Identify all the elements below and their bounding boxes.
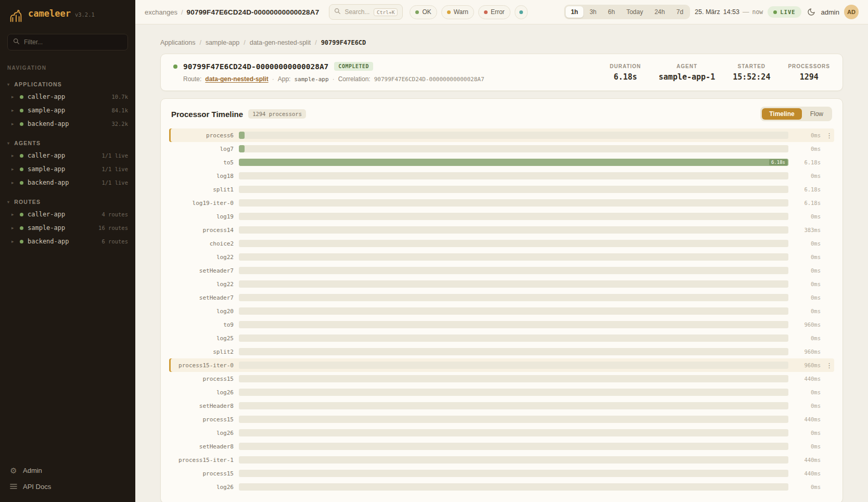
search-input[interactable]: Search... ... Ctrl+K (329, 4, 403, 20)
dark-mode-toggle[interactable] (806, 7, 816, 17)
meta-separator: · (333, 75, 335, 83)
timeline-row[interactable]: log19 0ms ⋮ (169, 210, 834, 223)
status-badge: COMPLETED (334, 62, 373, 71)
time-range-button[interactable]: 24h (649, 6, 670, 18)
timeline-row[interactable]: to9 960ms ⋮ (169, 318, 834, 331)
sidebar-item[interactable]: ▸ sample-app 84.1k (0, 104, 135, 117)
timeline-row[interactable]: to5 6.18s 6.18s ⋮ (169, 156, 834, 169)
sidebar-item-badge: 16 routes (98, 225, 128, 231)
sidebar-item[interactable]: ▸ sample-app 16 routes (0, 221, 135, 235)
chevron-down-icon: ▾ (7, 141, 10, 146)
exchange-id: 90799F47E6CD24D-00000000000028A7 (183, 62, 328, 71)
sidebar-filter-input[interactable] (24, 38, 122, 46)
sidebar-item[interactable]: ▸ caller-app 4 routes (0, 208, 135, 221)
timeline-row[interactable]: log22 0ms ⋮ (169, 250, 834, 264)
timeline-row[interactable]: split1 6.18s ⋮ (169, 183, 834, 196)
status-dot (519, 10, 523, 14)
timeline-bar (239, 132, 245, 139)
kebab-menu-icon[interactable]: ⋮ (826, 132, 832, 139)
time-range-button[interactable]: 3h (584, 6, 602, 18)
breadcrumb-link[interactable]: sample-app (206, 39, 239, 46)
correlation-value: 90799F47E6CD24D-00000000000028A7 (374, 76, 484, 83)
timeline-row-label: process15 (172, 416, 234, 423)
timeline-row-duration: 0ms (794, 254, 821, 260)
timeline-row[interactable]: process14 383ms ⋮ (169, 223, 834, 237)
timeline-track (239, 280, 788, 288)
main-area: exchanges / 90799F47E6CD24D-000000000000… (135, 0, 868, 502)
timeline-row[interactable]: process15-iter-0 960ms ⋮ (169, 358, 834, 372)
timeline-row[interactable]: log26 0ms ⋮ (169, 426, 834, 440)
sidebar-filter[interactable] (7, 34, 128, 50)
filter-chip[interactable]: Warn (441, 5, 474, 19)
timeline-row[interactable]: log26 0ms ⋮ (169, 385, 834, 399)
timeline-row-duration: 0ms (794, 403, 821, 409)
live-badge[interactable]: LIVE (768, 6, 801, 18)
timeline-row-duration: 960ms (794, 321, 821, 328)
sidebar-item-api-docs[interactable]: API Docs (7, 480, 128, 494)
timeline-row[interactable]: split2 960ms ⋮ (169, 345, 834, 358)
timeline-row-duration: 0ms (794, 335, 821, 341)
content: Applications / sample-app / data-gen-nes… (135, 24, 868, 502)
sidebar-item[interactable]: ▸ backend-app 1/1 live (0, 176, 135, 189)
chevron-right-icon: ▸ (11, 225, 16, 230)
timeline-row-label: setHeader8 (172, 403, 234, 409)
timeline-row[interactable]: log19-iter-0 6.18s ⋮ (169, 196, 834, 210)
filter-chip[interactable] (515, 5, 528, 19)
sidebar-section-items: ▸ caller-app 4 routes ▸ sample-app 16 ro… (0, 208, 135, 248)
sidebar-section-header[interactable]: ▾ AGENTS (0, 136, 135, 149)
sidebar-item-badge: 6 routes (101, 238, 128, 244)
sidebar-item[interactable]: ▸ backend-app 6 routes (0, 235, 135, 248)
timeline-row[interactable]: process15 440ms ⋮ (169, 372, 834, 385)
sidebar-item-label: backend-app (28, 120, 69, 127)
timeline-row-label: split2 (172, 349, 234, 355)
sidebar-item[interactable]: ▸ backend-app 32.2k (0, 117, 135, 131)
timeline-row[interactable]: setHeader7 0ms ⋮ (169, 291, 834, 304)
timeline-row[interactable]: setHeader8 0ms ⋮ (169, 399, 834, 413)
timeline-row[interactable]: process6 0ms ⋮ (169, 128, 834, 142)
timeline-row[interactable]: log26 0ms ⋮ (169, 480, 834, 494)
sidebar-item-admin[interactable]: ⚙ Admin (7, 464, 128, 478)
sidebar-section-title: APPLICATIONS (14, 81, 62, 87)
sidebar-item[interactable]: ▸ sample-app 1/1 live (0, 162, 135, 176)
sidebar-section-header[interactable]: ▾ APPLICATIONS (0, 77, 135, 90)
filter-chip[interactable]: Error (478, 5, 510, 19)
app-logo[interactable]: cameleer v3.2.1 (0, 0, 135, 32)
time-range-button[interactable]: 1h (566, 6, 583, 18)
sidebar-item[interactable]: ▸ caller-app 10.7k (0, 90, 135, 104)
sidebar-item[interactable]: ▸ caller-app 1/1 live (0, 149, 135, 162)
breadcrumb: Applications / sample-app / data-gen-nes… (160, 39, 843, 46)
chevron-right-icon: ▸ (11, 94, 16, 99)
timeline-track (239, 199, 788, 207)
avatar[interactable]: AD (844, 5, 859, 19)
timeline-row[interactable]: setHeader8 0ms ⋮ (169, 440, 834, 453)
kebab-menu-icon[interactable]: ⋮ (826, 362, 832, 369)
timeline-row[interactable]: process15-iter-1 440ms ⋮ (169, 453, 834, 467)
timeline-row[interactable]: choice2 0ms ⋮ (169, 237, 834, 250)
time-range-button[interactable]: Today (621, 6, 648, 18)
timeline-row[interactable]: setHeader7 0ms ⋮ (169, 264, 834, 277)
timeline-row[interactable]: process15 440ms ⋮ (169, 413, 834, 426)
timeline-row[interactable]: log7 0ms ⋮ (169, 142, 834, 156)
status-dot (173, 65, 177, 69)
breadcrumb-link[interactable]: Applications (160, 39, 195, 46)
route-link[interactable]: data-gen-nested-split (205, 75, 268, 83)
time-range-button[interactable]: 6h (603, 6, 620, 18)
time-range-button[interactable]: 7d (671, 6, 688, 18)
timeline-row[interactable]: log20 0ms ⋮ (169, 304, 834, 318)
timeline-row[interactable]: process15 440ms ⋮ (169, 467, 834, 480)
filter-chip-label: Error (491, 8, 505, 16)
breadcrumb-link[interactable]: data-gen-nested-split (250, 39, 311, 46)
timeline-row[interactable]: log22 0ms ⋮ (169, 277, 834, 291)
view-toggle-button[interactable]: Flow (803, 108, 831, 120)
sidebar-section-items: ▸ caller-app 1/1 live ▸ sample-app 1/1 l… (0, 149, 135, 189)
chevron-right-icon: ▸ (11, 180, 16, 185)
sidebar-section-header[interactable]: ▾ ROUTES (0, 195, 135, 208)
breadcrumb-exchanges-link[interactable]: exchanges (145, 8, 177, 16)
timeline-row[interactable]: log18 0ms ⋮ (169, 169, 834, 183)
timeline-row[interactable]: log25 0ms ⋮ (169, 331, 834, 345)
keyboard-shortcut: Ctrl+K (374, 8, 398, 16)
timeline-row-label: log22 (172, 281, 234, 288)
filter-chip[interactable]: OK (410, 5, 437, 19)
view-toggle-button[interactable]: Timeline (762, 108, 801, 120)
timeline-row-label: log19 (172, 213, 234, 220)
